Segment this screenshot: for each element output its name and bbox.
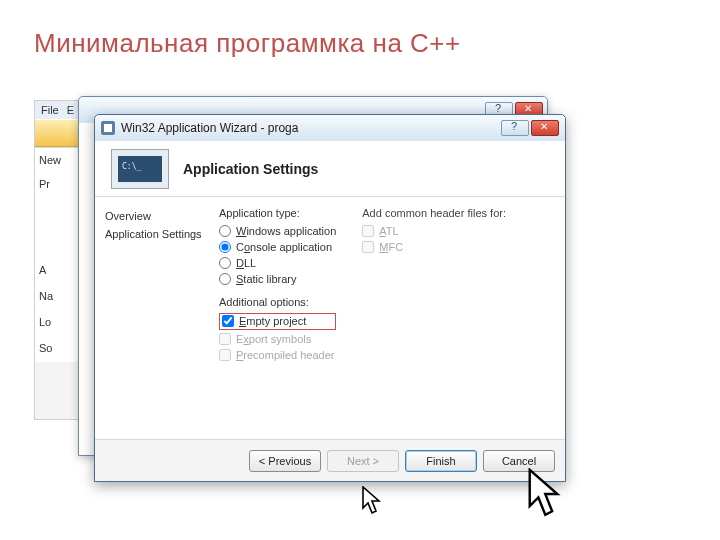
slide-title: Минимальная программка на C++ bbox=[34, 28, 686, 59]
radio-static-library[interactable]: Static library bbox=[219, 272, 336, 286]
checkbox-atl: ATL bbox=[362, 224, 506, 238]
empty-project-highlight: Empty project bbox=[219, 313, 336, 330]
background-app-fragment: File E New Pr A Na Lo So bbox=[34, 100, 84, 420]
bg-menu-e: E bbox=[67, 104, 74, 116]
radio-dll[interactable]: DLL bbox=[219, 256, 336, 270]
bg-pr: Pr bbox=[35, 172, 83, 198]
cancel-button[interactable]: Cancel bbox=[483, 450, 555, 472]
radio-windows-application[interactable]: Windows application bbox=[219, 224, 336, 238]
bg-menu-file: File bbox=[41, 104, 59, 116]
bg-toolbar bbox=[35, 119, 83, 147]
apptype-label: Application type: bbox=[219, 207, 336, 219]
sidebar-overview[interactable]: Overview bbox=[103, 207, 207, 225]
banner-title: Application Settings bbox=[183, 161, 318, 177]
col-apptype: Application type: Windows application Co… bbox=[219, 207, 336, 435]
close-button[interactable] bbox=[531, 120, 559, 136]
bg-a: A bbox=[35, 258, 83, 284]
app-icon bbox=[101, 121, 115, 135]
banner-thumb: C:\_ bbox=[111, 149, 169, 189]
radio-console-application[interactable]: Console application bbox=[219, 240, 336, 254]
bg-so: So bbox=[35, 336, 83, 362]
window-title: Win32 Application Wizard - proga bbox=[121, 121, 495, 135]
sidebar-application-settings[interactable]: Application Settings bbox=[103, 225, 207, 243]
checkbox-export-symbols: Export symbols bbox=[219, 332, 336, 346]
finish-button[interactable]: Finish bbox=[405, 450, 477, 472]
bg-na: Na bbox=[35, 284, 83, 310]
checkbox-mfc: MFC bbox=[362, 240, 506, 254]
bg-new: New bbox=[35, 147, 83, 172]
previous-button[interactable]: < Previous bbox=[249, 450, 321, 472]
common-label: Add common header files for: bbox=[362, 207, 506, 219]
checkbox-empty-project[interactable]: Empty project bbox=[222, 314, 306, 328]
checkbox-precompiled-header: Precompiled header bbox=[219, 348, 336, 362]
col-common-headers: Add common header files for: ATL MFC bbox=[362, 207, 506, 435]
help-button[interactable] bbox=[501, 120, 529, 136]
addopt-label: Additional options: bbox=[219, 296, 336, 308]
titlebar: Win32 Application Wizard - proga bbox=[95, 115, 565, 141]
banner: C:\_ Application Settings bbox=[95, 141, 565, 197]
wizard-sidebar: Overview Application Settings bbox=[95, 197, 215, 439]
wizard-footer: < Previous Next > Finish Cancel bbox=[95, 439, 565, 481]
next-button: Next > bbox=[327, 450, 399, 472]
wizard-window: Win32 Application Wizard - proga C:\_ Ap… bbox=[94, 114, 566, 482]
bg-lo: Lo bbox=[35, 310, 83, 336]
